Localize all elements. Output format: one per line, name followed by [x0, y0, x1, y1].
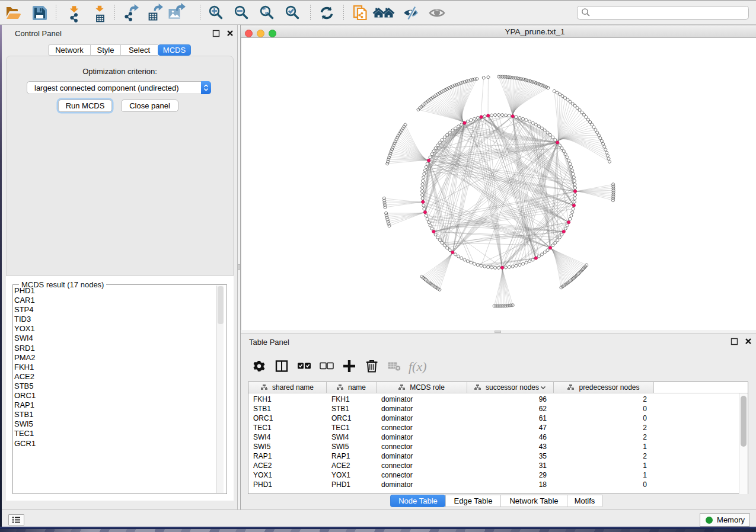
svg-text:f(x): f(x)	[409, 359, 427, 374]
